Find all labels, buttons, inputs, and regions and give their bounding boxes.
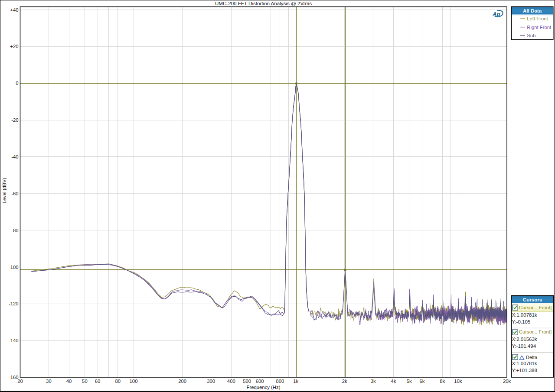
- svg-text:1k: 1k: [293, 379, 298, 384]
- svg-text:Y:+101.388: Y:+101.388: [512, 368, 537, 373]
- svg-text:Frequency (Hz): Frequency (Hz): [247, 385, 281, 390]
- svg-text:6k: 6k: [419, 379, 424, 384]
- svg-text:60: 60: [95, 379, 101, 384]
- svg-text:Delta: Delta: [526, 355, 538, 360]
- svg-text:-120: -120: [9, 301, 19, 306]
- svg-text:-60: -60: [11, 191, 18, 196]
- svg-text:100: 100: [130, 379, 138, 384]
- svg-text:Y:-0.105: Y:-0.105: [512, 319, 530, 324]
- svg-text:500: 500: [243, 379, 251, 384]
- svg-text:300: 300: [207, 379, 215, 384]
- svg-text:Right Front: Right Front: [527, 25, 552, 30]
- svg-text:Ap: Ap: [492, 11, 500, 17]
- svg-text:-100: -100: [9, 265, 19, 270]
- svg-text:X:1.00781k: X:1.00781k: [512, 312, 537, 317]
- svg-text:20k: 20k: [503, 379, 511, 384]
- svg-text:80: 80: [115, 379, 121, 384]
- svg-text:8k: 8k: [440, 379, 445, 384]
- svg-text:X:2.01563k: X:2.01563k: [512, 337, 537, 342]
- svg-text:-20: -20: [11, 117, 18, 123]
- svg-text:30: 30: [46, 379, 52, 384]
- svg-text:Y:-101.494: Y:-101.494: [512, 343, 536, 349]
- svg-text:X:1.00781k: X:1.00781k: [512, 361, 537, 366]
- svg-text:Level (dBV): Level (dBV): [2, 178, 7, 203]
- svg-text:3k: 3k: [371, 379, 376, 384]
- svg-text:-140: -140: [9, 338, 19, 343]
- svg-text:+20: +20: [10, 44, 18, 49]
- svg-text:400: 400: [227, 379, 235, 384]
- svg-text:5k: 5k: [407, 379, 412, 384]
- svg-text:Cursors: Cursors: [523, 297, 542, 302]
- svg-text:-80: -80: [11, 228, 18, 233]
- svg-text:4k: 4k: [391, 379, 396, 384]
- svg-text:800: 800: [276, 379, 284, 384]
- svg-text:20: 20: [17, 379, 23, 384]
- svg-text:Sub: Sub: [527, 33, 535, 38]
- svg-text:UMC-200 FFT Distortion Analysi: UMC-200 FFT Distortion Analysis @ 2Vrms: [215, 0, 312, 6]
- svg-text:10k: 10k: [454, 379, 462, 384]
- svg-text:0: 0: [16, 81, 18, 86]
- svg-text:Left Front: Left Front: [527, 16, 548, 21]
- svg-text:-40: -40: [11, 154, 18, 159]
- svg-text:All Data: All Data: [523, 8, 542, 13]
- svg-text:+40: +40: [10, 7, 18, 13]
- svg-text:2k: 2k: [342, 379, 347, 384]
- svg-text:200: 200: [178, 379, 186, 384]
- svg-text:600: 600: [256, 379, 264, 384]
- svg-text:50: 50: [82, 379, 88, 384]
- svg-text:Cursor... Front]: Cursor... Front]: [519, 305, 552, 310]
- svg-text:-160: -160: [9, 375, 19, 380]
- svg-text:40: 40: [66, 379, 72, 384]
- svg-text:Cursor... Front]: Cursor... Front]: [519, 329, 552, 334]
